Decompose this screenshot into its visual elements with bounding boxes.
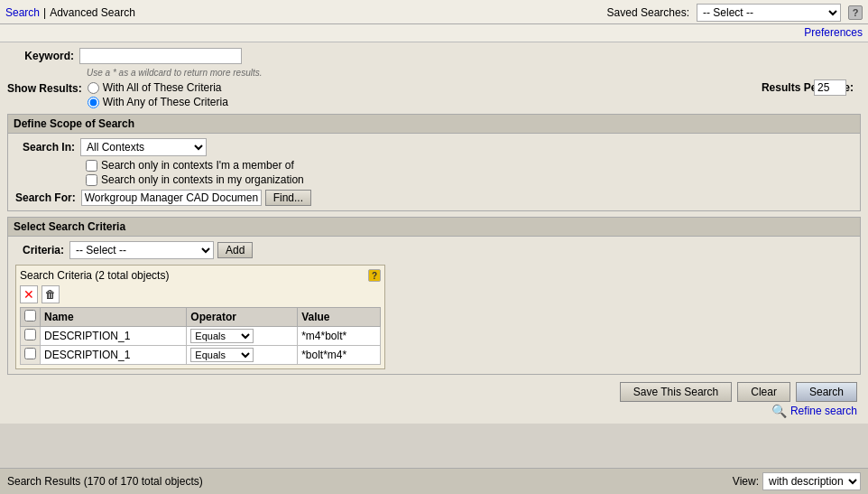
row-checkbox[interactable] xyxy=(24,348,36,359)
checkbox-member-label: Search only in contexts I'm a member of xyxy=(101,159,294,172)
view-label: View: xyxy=(733,475,759,488)
define-scope-header: Define Scope of Search xyxy=(7,114,861,133)
criteria-table-title: Search Criteria (2 total objects) xyxy=(20,269,169,282)
table-row: DESCRIPTION_1 Equals *bolt*m4* xyxy=(21,346,381,365)
criteria-table-header: Search Criteria (2 total objects) ? xyxy=(20,269,381,282)
wildcard-hint: Use a * as a wildcard to return more res… xyxy=(87,68,861,78)
results-per-page-container: Results Per Page: xyxy=(762,81,854,94)
trash-icon-btn[interactable]: 🗑 xyxy=(42,285,60,303)
search-in-row: Search In: All Contexts xyxy=(15,138,853,156)
row-name: DESCRIPTION_1 xyxy=(41,327,187,346)
refine-icon: 🔍 xyxy=(771,404,787,418)
keyword-row: Keyword: xyxy=(7,48,861,64)
criteria-select[interactable]: -- Select -- xyxy=(69,241,214,259)
row-name: DESCRIPTION_1 xyxy=(41,346,187,365)
search-for-row: Search For: Find... xyxy=(15,190,853,206)
help-icon[interactable]: ? xyxy=(848,5,863,20)
criteria-table-container: Search Criteria (2 total objects) ? ✕ 🗑 … xyxy=(15,265,385,369)
checkbox-org[interactable] xyxy=(86,174,97,186)
page-title: Advanced Search xyxy=(50,6,135,19)
save-search-button[interactable]: Save This Search xyxy=(620,382,733,402)
top-bar-right: Saved Searches: -- Select -- ? xyxy=(607,4,863,22)
radio-all-criteria[interactable] xyxy=(88,82,99,94)
row-checkbox-cell xyxy=(21,327,41,346)
select-criteria-header: Select Search Criteria xyxy=(7,217,861,236)
row-checkbox-cell xyxy=(21,346,41,365)
row-operator: Equals xyxy=(187,327,298,346)
status-right: View: with description xyxy=(733,472,861,490)
search-in-label: Search In: xyxy=(15,141,80,154)
col-operator-header: Operator xyxy=(187,308,298,327)
top-bar-left: Search | Advanced Search xyxy=(5,6,135,19)
saved-searches-label: Saved Searches: xyxy=(607,6,689,19)
checkbox-member-row: Search only in contexts I'm a member of xyxy=(86,159,853,172)
refine-link[interactable]: Refine search xyxy=(790,405,857,417)
top-bar: Search | Advanced Search Saved Searches:… xyxy=(0,0,868,24)
row-value: *m4*bolt* xyxy=(298,327,381,346)
criteria-row: Criteria: -- Select -- Add xyxy=(15,241,853,259)
col-name-header: Name xyxy=(41,308,187,327)
radio-any-label: With Any of These Criteria xyxy=(103,96,228,108)
criteria-data-table: Name Operator Value DESCRIPTION_1 Equals… xyxy=(20,307,381,365)
results-per-page-input[interactable] xyxy=(814,79,846,96)
operator-select[interactable]: Equals xyxy=(190,329,254,343)
add-button[interactable]: Add xyxy=(217,242,253,258)
preferences-link[interactable]: Preferences xyxy=(804,26,863,39)
show-results-label: Show Results: xyxy=(7,81,88,95)
define-scope-body: Search In: All Contexts Search only in c… xyxy=(7,133,861,211)
status-bar: Search Results (170 of 170 total objects… xyxy=(0,468,868,494)
row-operator: Equals xyxy=(187,346,298,365)
search-link[interactable]: Search xyxy=(5,6,40,19)
find-button[interactable]: Find... xyxy=(265,190,311,206)
view-select[interactable]: with description xyxy=(762,472,861,490)
col-checkbox xyxy=(21,308,41,327)
select-criteria-body: Criteria: -- Select -- Add Search Criter… xyxy=(7,236,861,375)
separator: | xyxy=(43,6,46,19)
context-select[interactable]: All Contexts xyxy=(80,138,207,156)
clear-button[interactable]: Clear xyxy=(737,382,790,402)
checkbox-org-label: Search only in contexts in my organizati… xyxy=(101,173,304,186)
table-row: DESCRIPTION_1 Equals *m4*bolt* xyxy=(21,327,381,346)
radio-any-criteria[interactable] xyxy=(88,97,99,108)
col-value-header: Value xyxy=(298,308,381,327)
saved-searches-select[interactable]: -- Select -- xyxy=(697,4,841,22)
search-button[interactable]: Search xyxy=(796,382,857,402)
checkbox-org-row: Search only in contexts in my organizati… xyxy=(86,173,853,186)
row-checkbox[interactable] xyxy=(24,329,36,340)
radio-item-all: With All of These Criteria xyxy=(88,81,228,94)
radio-group: With All of These Criteria With Any of T… xyxy=(88,81,228,108)
keyword-label: Keyword: xyxy=(7,50,79,62)
bottom-actions: Save This Search Clear Search xyxy=(7,382,861,402)
refine-row: 🔍 Refine search xyxy=(7,404,861,418)
criteria-label: Criteria: xyxy=(15,244,69,256)
delete-icon-btn[interactable]: ✕ xyxy=(20,285,38,303)
search-for-label: Search For: xyxy=(15,191,81,204)
select-all-checkbox[interactable] xyxy=(24,310,36,322)
radio-item-any: With Any of These Criteria xyxy=(88,96,228,108)
radio-all-label: With All of These Criteria xyxy=(103,81,222,94)
status-text: Search Results (170 of 170 total objects… xyxy=(7,475,203,488)
search-for-input[interactable] xyxy=(81,190,262,206)
criteria-toolbar: ✕ 🗑 xyxy=(20,285,381,303)
operator-select[interactable]: Equals xyxy=(190,348,254,362)
criteria-help-icon[interactable]: ? xyxy=(368,269,381,282)
checkbox-member[interactable] xyxy=(86,160,97,172)
keyword-input[interactable] xyxy=(79,48,242,64)
show-results-outer: Show Results: With All of These Criteria… xyxy=(7,81,861,108)
preferences-row: Preferences xyxy=(0,24,868,42)
row-value: *bolt*m4* xyxy=(298,346,381,365)
main-content: Keyword: Use a * as a wildcard to return… xyxy=(0,42,868,424)
